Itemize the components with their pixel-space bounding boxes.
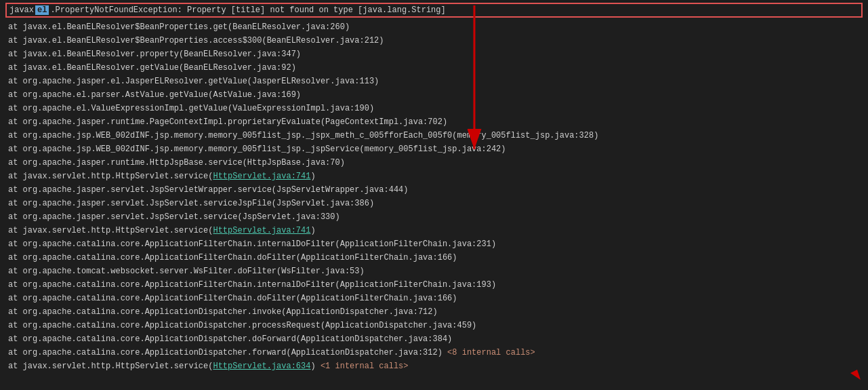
stack-line-text: at org.apache.jasper.runtime.HttpJspBase… — [8, 158, 345, 168]
stack-line: at org.apache.catalina.core.ApplicationD… — [5, 319, 863, 332]
stack-line-text: at javax.el.BeanELResolver.getValue(Bean… — [8, 63, 296, 73]
stack-line-text: at org.apache.catalina.core.ApplicationF… — [8, 280, 496, 290]
stack-line-suffix: ) — [310, 362, 320, 371]
stack-line-text: at javax.servlet.http.HttpServlet.servic… — [8, 226, 213, 235]
stack-line: at org.apache.jsp.WEB_002dINF.jsp.memory… — [5, 142, 863, 156]
stack-line: at javax.el.BeanELResolver.getValue(Bean… — [5, 61, 863, 75]
stack-line: at org.apache.catalina.core.ApplicationD… — [5, 332, 863, 346]
stack-line-text: at javax.el.BeanELResolver.property(Bean… — [8, 50, 301, 59]
stack-line: at javax.el.BeanELResolver$BeanPropertie… — [5, 34, 863, 47]
stack-line: at javax.servlet.http.HttpServlet.servic… — [5, 359, 863, 373]
stack-line-text: at org.apache.catalina.core.ApplicationF… — [8, 253, 457, 262]
stack-line: at org.apache.tomcat.websocket.server.Ws… — [5, 265, 863, 278]
stack-line: at javax.el.BeanELResolver.property(Bean… — [5, 47, 863, 61]
error-line: javax el .PropertyNotFoundException: Pro… — [5, 3, 863, 18]
stack-line-text: at org.apache.jsp.WEB_002dINF.jsp.memory… — [8, 144, 506, 154]
stack-line: at org.apache.jasper.el.JasperELResolver… — [5, 75, 863, 88]
stack-line-text: at org.apache.jasper.servlet.JspServletW… — [8, 185, 409, 195]
stack-line: at org.apache.jsp.WEB_002dINF.jsp.memory… — [5, 129, 863, 142]
stack-line: at org.apache.jasper.servlet.JspServletW… — [5, 183, 863, 197]
stack-line-text: at org.apache.jasper.servlet.JspServlet.… — [8, 199, 374, 208]
stack-line-suffix: ) — [310, 226, 315, 235]
stack-line: at org.apache.jasper.servlet.JspServlet.… — [5, 197, 863, 210]
stack-line-text: at javax.servlet.http.HttpServlet.servic… — [8, 362, 213, 371]
stack-lines: at javax.el.BeanELResolver$BeanPropertie… — [5, 20, 863, 373]
error-prefix: javax — [9, 5, 34, 15]
stack-line-text: at org.apache.catalina.core.ApplicationD… — [8, 348, 447, 357]
stack-line: at org.apache.el.ValueExpressionImpl.get… — [5, 102, 863, 115]
stack-line: at org.apache.jasper.runtime.PageContext… — [5, 115, 863, 129]
stack-line: at org.apache.jasper.servlet.JspServlet.… — [5, 210, 863, 224]
stack-line-link[interactable]: HttpServlet.java:741 — [213, 172, 310, 181]
stack-line-text: at javax.el.BeanELResolver$BeanPropertie… — [8, 36, 384, 45]
stack-line-link[interactable]: HttpServlet.java:634 — [213, 362, 310, 371]
stack-line-suffix: ) — [310, 172, 315, 181]
error-el-badge: el — [35, 5, 49, 15]
stack-line: at org.apache.catalina.core.ApplicationD… — [5, 346, 863, 359]
stack-line: at org.apache.catalina.core.ApplicationD… — [5, 305, 863, 319]
stack-line: at org.apache.catalina.core.ApplicationF… — [5, 251, 863, 265]
stack-line-text: at org.apache.jasper.el.JasperELResolver… — [8, 77, 379, 86]
stack-line-text: at org.apache.jasper.servlet.JspServlet.… — [8, 212, 340, 222]
stack-line: at javax.servlet.http.HttpServlet.servic… — [5, 224, 863, 237]
stack-line: at org.apache.catalina.core.ApplicationF… — [5, 237, 863, 251]
error-message: .PropertyNotFoundException: Property [ti… — [50, 5, 445, 15]
stack-line-text: at org.apache.catalina.core.ApplicationF… — [8, 294, 457, 303]
stack-line: at org.apache.catalina.core.ApplicationF… — [5, 278, 863, 292]
stack-line-text: at javax.el.BeanELResolver$BeanPropertie… — [8, 22, 350, 32]
stack-line-text: at org.apache.el.parser.AstValue.getValu… — [8, 90, 301, 100]
stack-line: at org.apache.jasper.runtime.HttpJspBase… — [5, 156, 863, 170]
stack-line: at javax.el.BeanELResolver$BeanPropertie… — [5, 20, 863, 34]
stack-line-text: at org.apache.tomcat.websocket.server.Ws… — [8, 267, 365, 276]
stack-line-link[interactable]: HttpServlet.java:741 — [213, 226, 310, 235]
stack-line: at javax.servlet.http.HttpServlet.servic… — [5, 170, 863, 183]
stack-trace-container: javax el .PropertyNotFoundException: Pro… — [0, 0, 868, 390]
internal-calls-badge: <8 internal calls> — [447, 348, 535, 357]
stack-line-text: at org.apache.jasper.runtime.PageContext… — [8, 117, 447, 127]
stack-line: at org.apache.el.parser.AstValue.getValu… — [5, 88, 863, 102]
stack-line-text: at javax.servlet.http.HttpServlet.servic… — [8, 172, 213, 181]
stack-line-text: at org.apache.jsp.WEB_002dINF.jsp.memory… — [8, 131, 598, 140]
stack-line: at org.apache.catalina.core.ApplicationF… — [5, 292, 863, 305]
stack-line-text: at org.apache.catalina.core.ApplicationD… — [8, 321, 476, 330]
stack-line-text: at org.apache.catalina.core.ApplicationF… — [8, 239, 496, 249]
internal-calls-badge: <1 internal calls> — [321, 362, 409, 371]
stack-line-text: at org.apache.el.ValueExpressionImpl.get… — [8, 104, 374, 113]
stack-line-text: at org.apache.catalina.core.ApplicationD… — [8, 307, 438, 317]
stack-line-text: at org.apache.catalina.core.ApplicationD… — [8, 334, 452, 344]
